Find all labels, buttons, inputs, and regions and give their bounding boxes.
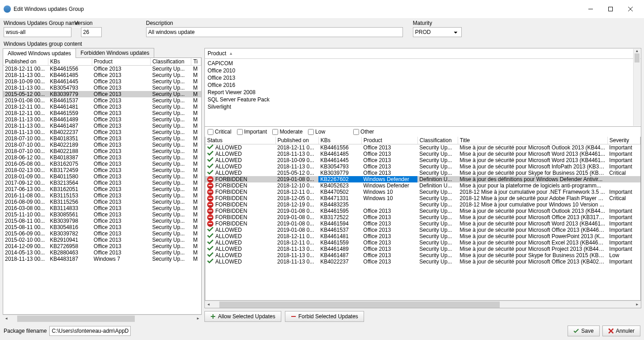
tab-forbidden[interactable]: Forbidden Windows updates (76, 48, 154, 57)
table-row[interactable]: 2017-06-13 00...KB3162051Office 2013Secu… (3, 186, 201, 192)
column-header[interactable]: Classification (150, 58, 191, 66)
table-row[interactable]: FORBIDDEN2019-01-08 0...KB2267602Windows… (205, 176, 640, 182)
product-header-label[interactable]: Product (208, 50, 226, 57)
group-content-label: Windows Updates group content (0, 41, 644, 48)
table-row[interactable]: 2015-08-11 00...KB3054816Office 2013Secu… (3, 224, 201, 230)
column-header[interactable]: Severity (607, 137, 640, 144)
table-row[interactable]: 2018-07-10 00...KB4022189Office 2013Secu… (3, 142, 201, 148)
table-row[interactable]: 2018-12-11 00...KB4461556Office 2013Secu… (3, 66, 201, 72)
close-button[interactable] (620, 3, 640, 15)
table-row[interactable]: 2018-11-13 00...KB4461487Office 2013Secu… (3, 123, 201, 129)
table-row[interactable]: ALLOWED2015-05-12 0...KB3039779Office 20… (205, 170, 640, 176)
table-row[interactable]: 2017-09-12 00...KB3213564Office 2013Secu… (3, 180, 201, 186)
product-list[interactable]: CAPICOMOffice 2010Office 2013Office 2016… (205, 59, 641, 126)
column-header[interactable]: Title (458, 137, 607, 144)
filter-important[interactable]: Important (237, 129, 267, 135)
product-group-item[interactable]: CAPICOM (208, 60, 638, 67)
table-row[interactable]: ALLOWED2018-11-13 0...KB4461485Office 20… (205, 151, 640, 157)
maturity-select[interactable]: PROD (413, 27, 462, 37)
table-row[interactable]: FORBIDDEN2019-01-08 0...KB4461595Office … (205, 208, 640, 214)
table-row[interactable]: ALLOWED2018-10-09 0...KB4461445Office 20… (205, 157, 640, 163)
left-horizontal-scrollbar[interactable] (3, 315, 202, 322)
table-row[interactable]: 2015-02-10 00...KB2910941Office 2013Secu… (3, 237, 201, 243)
column-header[interactable]: Status (205, 137, 275, 144)
table-row[interactable]: 2018-11-13 00...KB4461485Office 2013Secu… (3, 72, 201, 78)
table-row[interactable]: ALLOWED2018-12-11 0...KB4461481Office 20… (205, 233, 640, 239)
table-row[interactable]: ALLOWED2019-01-08 0...KB4461537Office 20… (205, 227, 640, 233)
table-row[interactable]: 2018-11-13 00...KB3054793Office 2013Secu… (3, 85, 201, 91)
product-group-item[interactable]: Silverlight (208, 103, 638, 110)
column-header[interactable]: KBs (318, 137, 361, 144)
table-row[interactable]: 2016-03-08 00...KB3114833Office 2013Secu… (3, 205, 201, 211)
column-header[interactable]: Classification (417, 137, 458, 144)
table-row[interactable]: 2014-05-13 00...KB2880463Office 2013Secu… (3, 249, 201, 256)
table-row[interactable]: 2015-05-12 00...KB3039779Office 2013Secu… (3, 91, 201, 97)
table-row[interactable]: 2018-02-13 00...KB3172459Office 2013Secu… (3, 167, 201, 173)
filter-moderate[interactable]: Moderate (272, 129, 303, 135)
filter-critical[interactable]: Critical (208, 129, 232, 135)
allow-button[interactable]: Allow Selected Updates (204, 311, 281, 322)
product-vertical-scrollbar[interactable]: ▲ (633, 49, 640, 126)
product-group-item[interactable]: SQL Server Feature Pack (208, 96, 638, 103)
product-group-item[interactable]: Office 2016 (208, 81, 638, 89)
allowed-updates-grid[interactable]: Published onKBsProductClassificationTi20… (3, 58, 202, 315)
column-header[interactable]: Published on (3, 58, 48, 66)
table-row[interactable]: FORBIDDEN2019-01-08 0...KB3172522Office … (205, 214, 640, 220)
table-row[interactable]: 2018-11-13 00...KB4461489Office 2013Secu… (3, 116, 201, 123)
table-row[interactable]: 2016-11-08 00...KB3115153Office 2013Secu… (3, 192, 201, 199)
table-row[interactable]: 2015-08-11 00...KB3039798Office 2013Secu… (3, 218, 201, 224)
table-row[interactable]: FORBIDDEN2018-12-05 0...KB4471331Windows… (205, 195, 640, 201)
table-row[interactable]: 2018-07-10 00...KB4018351Office 2013Secu… (3, 135, 201, 142)
table-row[interactable]: ALLOWED2018-12-11 0...KB4461556Office 20… (205, 144, 640, 151)
check-icon (207, 227, 213, 233)
table-row[interactable]: 2018-12-11 00...KB4461481Office 2013Secu… (3, 104, 201, 110)
table-row[interactable]: 2014-12-09 00...KB2726958Office 2013Secu… (3, 243, 201, 249)
updates-main-grid[interactable]: StatusPublished onKBsProductClassificati… (205, 137, 641, 301)
column-header[interactable]: Published on (275, 137, 318, 144)
product-group-item[interactable]: Office 2010 (208, 67, 638, 74)
column-header[interactable]: Ti (191, 58, 201, 66)
table-row[interactable]: 2015-06-09 00...KB3039782Office 2013Secu… (3, 230, 201, 237)
table-row[interactable]: 2019-01-08 00...KB4461537Office 2013Secu… (3, 97, 201, 104)
version-input[interactable] (81, 27, 102, 37)
column-header[interactable]: Product (92, 58, 150, 66)
table-row[interactable]: 2018-12-11 00...KB4461559Office 2013Secu… (3, 110, 201, 116)
save-button[interactable]: Save (568, 326, 599, 336)
forbid-button[interactable]: Forbid Selected Updates (285, 311, 364, 322)
table-row[interactable]: 2016-05-08 00...KB3162075Office 2013Secu… (3, 161, 201, 167)
filter-low[interactable]: Low (308, 129, 325, 135)
table-row[interactable]: ALLOWED2018-11-13 0...KB3054793Office 20… (205, 163, 640, 170)
table-row[interactable]: FORBIDDEN2018-12-11 0...KB4470502Windows… (205, 189, 640, 195)
table-row[interactable]: ALLOWED2018-11-13 0...KB4461489Office 20… (205, 246, 640, 252)
table-row[interactable]: 2018-07-10 00...KB4022188Office 2013Secu… (3, 148, 201, 154)
product-group-item[interactable]: Office 2013 (208, 74, 638, 81)
table-row[interactable]: 2018-11-13 00...KB4483187Windows 7Securi… (3, 256, 201, 262)
column-header[interactable]: KBs (48, 58, 92, 66)
filter-other[interactable]: Other (353, 129, 374, 135)
product-group-item[interactable]: Report Viewer 2008 (208, 89, 638, 96)
table-row[interactable]: 2018-11-13 00...KB4022237Office 2013Secu… (3, 129, 201, 135)
table-row[interactable]: 2015-11-10 00...KB3085561Office 2013Secu… (3, 211, 201, 218)
table-row[interactable]: ALLOWED2018-12-11 0...KB4461559Office 20… (205, 239, 640, 246)
table-row[interactable]: 2016-08-09 00...KB3115256Office 2013Secu… (3, 199, 201, 205)
forbidden-icon (207, 195, 213, 201)
table-row[interactable]: FORBIDDEN2018-12-19 0...KB4483235Securit… (205, 201, 640, 208)
table-row[interactable]: ALLOWED2018-11-13 0...KB4022237Office 20… (205, 259, 640, 265)
minimize-button[interactable] (581, 3, 601, 15)
description-input[interactable] (146, 27, 403, 37)
table-row[interactable]: 2018-06-12 00...KB4018387Office 2013Secu… (3, 154, 201, 161)
table-row[interactable]: 2018-10-09 00...KB4461445Office 2013Secu… (3, 78, 201, 85)
table-row[interactable]: FORBIDDEN2018-12-10 0...KB4052623Windows… (205, 182, 640, 189)
filename-input[interactable] (49, 326, 131, 336)
maximize-button[interactable] (601, 3, 620, 15)
cancel-button[interactable]: Annuler (602, 326, 640, 336)
name-input[interactable] (4, 27, 71, 37)
forbidden-icon (207, 176, 213, 182)
table-row[interactable]: ALLOWED2018-11-13 0...KB4461487Office 20… (205, 252, 640, 259)
table-row[interactable]: 2018-01-09 00...KB4011580Office 2013Secu… (3, 173, 201, 180)
sort-asc-icon: ▲ (229, 51, 233, 56)
tab-allowed[interactable]: Allowed Windows updates (3, 48, 76, 58)
table-row[interactable]: FORBIDDEN2019-01-08 0...KB4461594Office … (205, 220, 640, 227)
right-horizontal-scrollbar[interactable] (205, 301, 641, 308)
column-header[interactable]: Product (361, 137, 417, 144)
